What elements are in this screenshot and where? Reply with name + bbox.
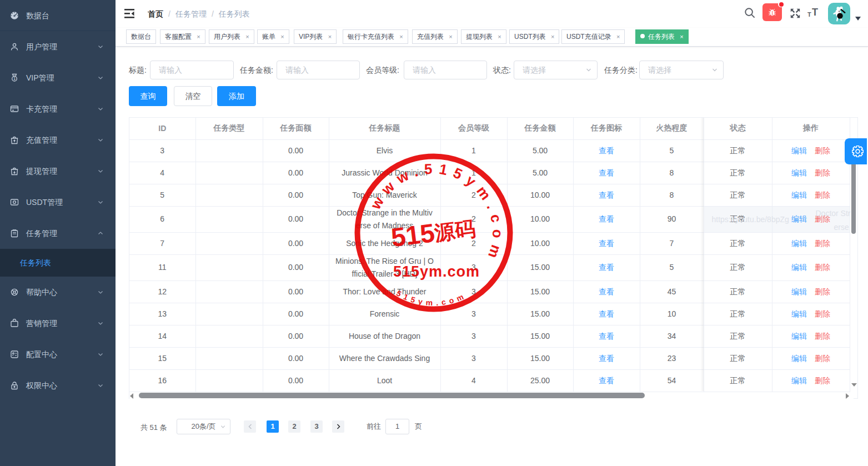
svg-text:515ym.com: 515ym.com (393, 263, 480, 280)
svg-text:1: 1 (13, 77, 16, 81)
svg-text:515源码: 515源码 (389, 213, 477, 252)
